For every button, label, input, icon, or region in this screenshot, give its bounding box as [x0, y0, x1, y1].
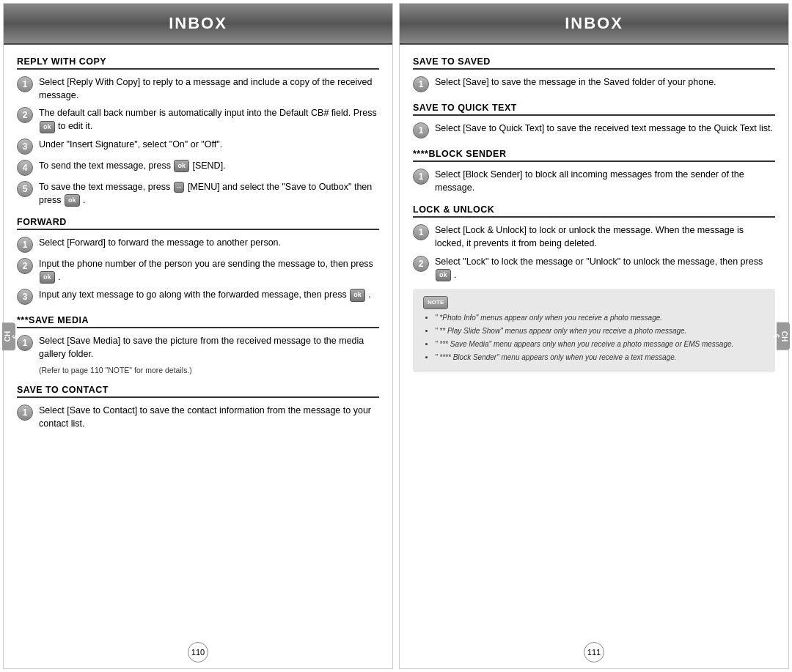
note-icon: NOTE — [423, 296, 448, 309]
step-text-sm-1: Select [Save Media] to save the picture … — [39, 334, 379, 361]
ok-icon-lu: ok — [436, 269, 451, 281]
save-media-note: (Refer to page 110 "NOTE" for more detai… — [39, 366, 379, 374]
step-num-sqt-1: 1 — [413, 122, 429, 139]
step-bs-1: 1 Select [Block Sender] to block all inc… — [413, 168, 775, 194]
note-item-3: " *** Save Media" menu appears only when… — [435, 339, 768, 350]
section-reply-with-copy: REPLY WITH COPY — [17, 56, 379, 70]
step-rwc-3: 3 Under "Insert Signature", select "On" … — [17, 138, 379, 155]
step-text-sqt-1: Select [Save to Quick Text] to save the … — [435, 122, 775, 135]
step-num-bs-1: 1 — [413, 169, 429, 185]
step-num-fwd-1: 1 — [17, 237, 33, 253]
chapter-tab-right: CH6 — [777, 322, 790, 350]
step-text-rwc-3: Under "Insert Signature", select "On" or… — [39, 138, 379, 151]
step-num-sc-1: 1 — [17, 405, 33, 421]
step-num-1: 1 — [17, 76, 33, 92]
step-text-lu-1: Select [Lock & Unlock] to lock or unlock… — [435, 224, 775, 250]
note-list: " *Photo Info" menus appear only when yo… — [423, 312, 768, 363]
ok-icon-2: ok — [174, 160, 189, 172]
step-num-lu-1: 1 — [413, 224, 429, 240]
step-sm-1: 1 Select [Save Media] to save the pictur… — [17, 334, 379, 361]
ok-icon-5: ok — [350, 289, 365, 301]
step-lu-2: 2 Select "Lock" to lock the message or "… — [413, 255, 775, 281]
step-text-rwc-1: Select [Reply With Copy] to reply to a m… — [39, 75, 379, 102]
step-fwd-1: 1 Select [Forward] to forward the messag… — [17, 236, 379, 253]
step-text-lu-2: Select "Lock" to lock the message or "Un… — [435, 255, 775, 281]
step-text-rwc-5: To save the text message, press ··· [MEN… — [39, 180, 379, 207]
page-number-left: 110 — [188, 642, 208, 662]
step-num-5: 5 — [17, 181, 33, 197]
step-lu-1: 1 Select [Lock & Unlock] to lock or unlo… — [413, 224, 775, 250]
left-page: INBOX REPLY WITH COPY 1 Select [Reply Wi… — [3, 3, 393, 669]
step-text-fwd-3: Input any text message to go along with … — [39, 288, 379, 301]
step-text-fwd-2: Input the phone number of the person you… — [39, 257, 379, 284]
step-num-2: 2 — [17, 107, 33, 123]
step-text-sts-1: Select [Save] to save the message in the… — [435, 75, 775, 89]
section-save-to-saved: SAVE TO SAVED — [413, 56, 775, 70]
step-num-4: 4 — [17, 160, 33, 176]
right-page-title: INBOX — [400, 4, 788, 45]
step-sqt-1: 1 Select [Save to Quick Text] to save th… — [413, 122, 775, 139]
step-text-rwc-4: To send the text message, press ok [SEND… — [39, 159, 379, 172]
step-sts-1: 1 Select [Save] to save the message in t… — [413, 75, 775, 92]
section-save-media: ***SAVE MEDIA — [17, 315, 379, 328]
left-page-title: INBOX — [4, 4, 392, 45]
step-text-rwc-2: The default call back number is automati… — [39, 106, 379, 133]
ok-icon-4: ok — [40, 271, 55, 284]
step-fwd-2: 2 Input the phone number of the person y… — [17, 257, 379, 284]
step-num-fwd-3: 3 — [17, 289, 33, 305]
step-sc-1: 1 Select [Save to Contact] to save the c… — [17, 404, 379, 430]
right-page: INBOX SAVE TO SAVED 1 Select [Save] to s… — [399, 3, 789, 669]
note-item-4: " **** Block Sender" menu appears only w… — [435, 352, 768, 363]
step-num-lu-2: 2 — [413, 256, 429, 272]
note-header: NOTE — [423, 296, 768, 309]
ok-icon: ok — [40, 121, 55, 133]
step-num-fwd-2: 2 — [17, 258, 33, 274]
section-save-quick-text: SAVE TO QUICK TEXT — [413, 103, 775, 116]
step-num-sts-1: 1 — [413, 76, 429, 92]
page-number-right: 111 — [584, 642, 604, 662]
left-page-content: REPLY WITH COPY 1 Select [Reply With Cop… — [4, 45, 392, 668]
menu-icon: ··· — [174, 182, 185, 193]
step-num-3: 3 — [17, 139, 33, 155]
step-rwc-5: 5 To save the text message, press ··· [M… — [17, 180, 379, 207]
ok-icon-3: ok — [65, 194, 80, 207]
section-save-to-contact: SAVE TO CONTACT — [17, 385, 379, 398]
step-fwd-3: 3 Input any text message to go along wit… — [17, 288, 379, 305]
step-rwc-4: 4 To send the text message, press ok [SE… — [17, 159, 379, 176]
note-item-2: " ** Play Slide Show" menus appear only … — [435, 325, 768, 336]
step-text-sc-1: Select [Save to Contact] to save the con… — [39, 404, 379, 430]
step-rwc-1: 1 Select [Reply With Copy] to reply to a… — [17, 75, 379, 102]
step-text-bs-1: Select [Block Sender] to block all incom… — [435, 168, 775, 194]
step-text-fwd-1: Select [Forward] to forward the message … — [39, 236, 379, 249]
note-item-1: " *Photo Info" menus appear only when yo… — [435, 312, 768, 323]
step-rwc-2: 2 The default call back number is automa… — [17, 106, 379, 133]
section-forward: FORWARD — [17, 217, 379, 230]
chapter-tab-left: CH6 — [2, 322, 15, 350]
section-lock-unlock: LOCK & UNLOCK — [413, 204, 775, 218]
right-page-content: SAVE TO SAVED 1 Select [Save] to save th… — [400, 45, 788, 668]
section-block-sender: ****BLOCK SENDER — [413, 149, 775, 162]
note-box: NOTE " *Photo Info" menus appear only wh… — [413, 289, 775, 372]
